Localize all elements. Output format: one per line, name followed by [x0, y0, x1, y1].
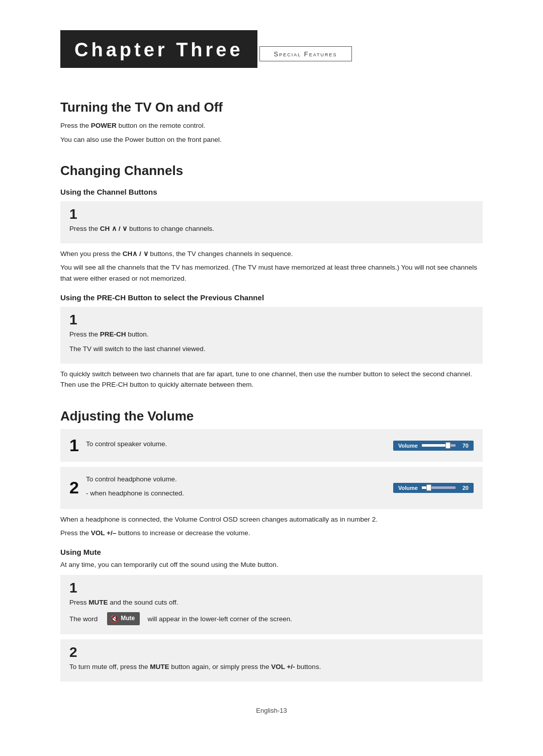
step-number-prech: 1 [69, 313, 474, 327]
step-box-prech: 1 Press the PRE-CH button. The TV will s… [60, 307, 483, 364]
bold-ch2: CH∧ / ∨ [123, 250, 148, 258]
bold-vol2: VOL +/- [271, 663, 295, 670]
mute-word-post: will appear in the lower-left corner of … [148, 615, 292, 623]
volume-step2-subtext: - when headphone is connected. [86, 488, 184, 499]
mute-step1-line2: The word 🔇 Mute will appear in the lower… [69, 612, 474, 625]
page-footer: English-13 [60, 707, 483, 714]
mute-word-pre: The word [69, 615, 98, 623]
volume-display-2: Volume 20 [393, 483, 474, 493]
bold-vol: VOL +/– [91, 529, 116, 537]
adjusting-volume-heading: Adjusting the Volume [60, 408, 483, 424]
mute-badge-label: Mute [121, 614, 135, 623]
volume-label-1: Volume [398, 443, 418, 449]
volume-step1-left: 1 To control speaker volume. [69, 436, 167, 455]
turning-tv-para2: You can also use the Power button on the… [60, 134, 483, 145]
bold-power: POWER [91, 122, 117, 129]
volume-para1: When a headphone is connected, the Volum… [60, 514, 483, 525]
turning-tv-para1: Press the POWER button on the remote con… [60, 120, 483, 131]
chapter-subtitle: Special Features [274, 50, 337, 58]
mute-intro: At any time, you can temporarily cut off… [60, 559, 483, 570]
bold-mute2: MUTE [150, 663, 169, 670]
volume-step2-text: To control headphone volume. [86, 474, 184, 485]
volume-bar-handle-1 [445, 442, 450, 449]
using-mute-section: Using Mute At any time, you can temporar… [60, 548, 483, 682]
ch-para2: You will see all the channels that the T… [60, 262, 483, 284]
volume-step2-left: 2 To control headphone volume. - when he… [69, 474, 184, 501]
volume-step1: 1 To control speaker volume. Volume 70 [60, 429, 483, 462]
mute-step1-line1: Press MUTE and the sound cuts off. [69, 597, 474, 608]
using-mute-heading: Using Mute [60, 548, 483, 556]
volume-bar-track-1 [422, 444, 456, 447]
bold-ch: CH ∧ / ∨ [100, 225, 128, 232]
section-adjusting-volume: Adjusting the Volume 1 To control speake… [60, 408, 483, 682]
volume-para2: Press the VOL +/– buttons to increase or… [60, 528, 483, 539]
volume-number-2: 20 [460, 485, 469, 491]
chapter-title: Chapter Three [74, 39, 243, 61]
volume-step1-text: To control speaker volume. [86, 439, 167, 450]
volume-step1-number: 1 [69, 436, 79, 455]
turning-tv-heading: Turning the TV On and Off [60, 100, 483, 115]
volume-number-1: 70 [460, 443, 469, 449]
volume-step2-number: 2 [69, 478, 79, 497]
prech-line2: The TV will switch to the last channel v… [69, 344, 474, 355]
volume-label-2: Volume [398, 485, 418, 491]
using-prech-heading: Using the PRE-CH Button to select the Pr… [60, 293, 483, 302]
volume-bar-fill-1 [422, 444, 447, 447]
chapter-header: Chapter Three Special Features [60, 30, 483, 81]
bold-prech: PRE-CH [100, 330, 126, 338]
volume-display-1: Volume 70 [393, 441, 474, 451]
volume-bar-track-2 [422, 486, 456, 489]
section-turning-tv: Turning the TV On and Off Press the POWE… [60, 100, 483, 145]
bold-mute: MUTE [88, 599, 108, 606]
ch-para1: When you press the CH∧ / ∨ buttons, the … [60, 248, 483, 260]
using-channel-buttons-heading: Using the Channel Buttons [60, 188, 483, 196]
changing-channels-heading: Changing Channels [60, 163, 483, 179]
mute-step2-text: To turn mute off, press the MUTE button … [69, 661, 474, 673]
mute-step2-box: 2 To turn mute off, press the MUTE butto… [60, 639, 483, 682]
step-number-ch1: 1 [69, 207, 474, 221]
prech-line1: Press the PRE-CH button. [69, 329, 474, 340]
mute-speaker-icon: 🔇 [110, 613, 119, 624]
step-ch1-text: Press the CH ∧ / ∨ buttons to change cha… [69, 223, 474, 234]
step-box-ch1: 1 Press the CH ∧ / ∨ buttons to change c… [60, 201, 483, 243]
mute-step1-number: 1 [69, 581, 474, 595]
volume-step2-text-block: To control headphone volume. - when head… [86, 474, 184, 501]
mute-step2-number: 2 [69, 645, 474, 659]
volume-bar-handle-2 [426, 484, 431, 491]
mute-badge: 🔇 Mute [107, 612, 140, 625]
footer-text: English-13 [256, 707, 287, 714]
mute-step1-box: 1 Press MUTE and the sound cuts off. The… [60, 575, 483, 634]
prech-para1: To quickly switch between two channels t… [60, 369, 483, 390]
volume-step2: 2 To control headphone volume. - when he… [60, 467, 483, 509]
section-changing-channels: Changing Channels Using the Channel Butt… [60, 163, 483, 390]
